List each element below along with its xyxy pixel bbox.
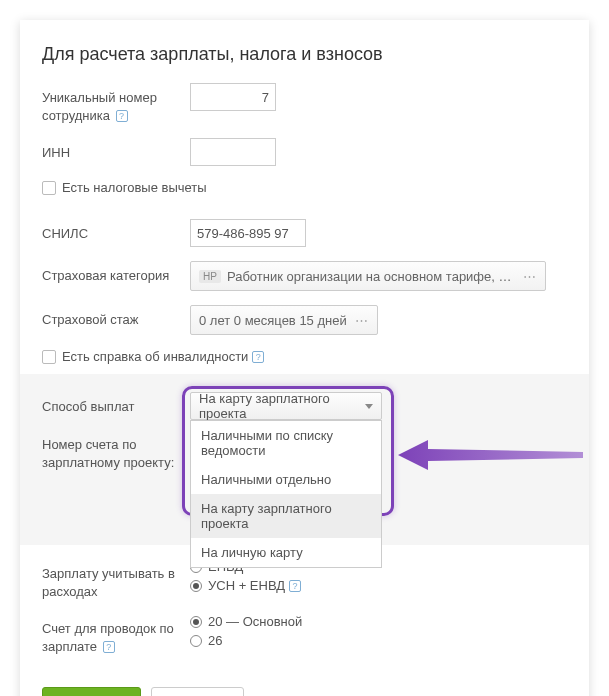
row-tax-deductions: Есть налоговые вычеты (42, 180, 567, 195)
row-snils: СНИЛС (42, 219, 567, 247)
payout-selected-text: На карту зарплатного проекта (199, 391, 365, 421)
inn-input[interactable] (190, 138, 276, 166)
label-account-number: Номер счета по зарплатному проекту: (42, 430, 190, 471)
help-icon[interactable]: ? (103, 641, 115, 653)
save-button[interactable]: Сохранить (42, 687, 141, 696)
tax-deductions-checkbox[interactable] (42, 181, 56, 195)
posting-option[interactable]: 26 (190, 633, 302, 648)
radio-icon (190, 635, 202, 647)
payout-option[interactable]: На личную карту (191, 538, 381, 567)
label-insurance-category: Страховая категория (42, 261, 190, 285)
row-insurance-period: Страховой стаж 0 лет 0 месяцев 15 дней ⋯ (42, 305, 567, 335)
row-payout-method: Способ выплат На карту зарплатного проек… (42, 392, 567, 420)
employee-number-input[interactable] (190, 83, 276, 111)
chevron-down-icon (365, 404, 373, 409)
posting-option[interactable]: 20 — Основной (190, 614, 302, 629)
insurance-period-select[interactable]: 0 лет 0 месяцев 15 дней ⋯ (190, 305, 378, 335)
payout-section: Способ выплат На карту зарплатного проек… (20, 374, 589, 545)
posting-radio-group: 20 — Основной 26 (190, 614, 302, 652)
label-expense-accounting: Зарплату учитывать в расходах (42, 559, 190, 600)
payout-option[interactable]: Наличными отдельно (191, 465, 381, 494)
snils-input[interactable] (190, 219, 306, 247)
row-insurance-category: Страховая категория НР Работник организа… (42, 261, 567, 291)
label-disability: Есть справка об инвалидности (62, 349, 248, 364)
payout-options-list: Наличными по списку ведомости Наличными … (190, 420, 382, 568)
label-tax-deductions: Есть налоговые вычеты (62, 180, 207, 195)
footer: Сохранить Отменить (42, 669, 567, 696)
insurance-category-select[interactable]: НР Работник организации на основном тари… (190, 261, 546, 291)
ellipsis-icon: ⋯ (355, 313, 369, 328)
label-inn: ИНН (42, 138, 190, 162)
ellipsis-icon: ⋯ (523, 269, 537, 284)
expense-option[interactable]: УСН + ЕНВД ? (190, 578, 301, 593)
disability-checkbox[interactable] (42, 350, 56, 364)
cancel-button[interactable]: Отменить (151, 687, 244, 696)
help-icon[interactable]: ? (289, 580, 301, 592)
payout-dropdown: На карту зарплатного проекта Наличными п… (190, 392, 382, 420)
payout-option[interactable]: Наличными по списку ведомости (191, 421, 381, 465)
label-employee-number: Уникальный номер сотрудника ? (42, 83, 190, 124)
category-text: Работник организации на основном тарифе,… (227, 269, 515, 284)
row-inn: ИНН (42, 138, 567, 166)
category-tag: НР (199, 270, 221, 283)
payout-method-select[interactable]: На карту зарплатного проекта (190, 392, 382, 420)
row-posting-account: Счет для проводок по зарплате ? 20 — Осн… (42, 614, 567, 655)
radio-icon (190, 616, 202, 628)
help-icon[interactable]: ? (116, 110, 128, 122)
label-insurance-period: Страховой стаж (42, 305, 190, 329)
page-title: Для расчета зарплаты, налога и взносов (42, 44, 567, 65)
label-posting-account: Счет для проводок по зарплате ? (42, 614, 190, 655)
radio-icon (190, 580, 202, 592)
form-panel: Для расчета зарплаты, налога и взносов У… (20, 20, 589, 696)
label-payout-method: Способ выплат (42, 392, 190, 416)
payout-option[interactable]: На карту зарплатного проекта (191, 494, 381, 538)
row-disability: Есть справка об инвалидности ? (42, 349, 567, 364)
period-text: 0 лет 0 месяцев 15 дней (199, 313, 347, 328)
label-snils: СНИЛС (42, 219, 190, 243)
help-icon[interactable]: ? (252, 351, 264, 363)
row-employee-number: Уникальный номер сотрудника ? (42, 83, 567, 124)
